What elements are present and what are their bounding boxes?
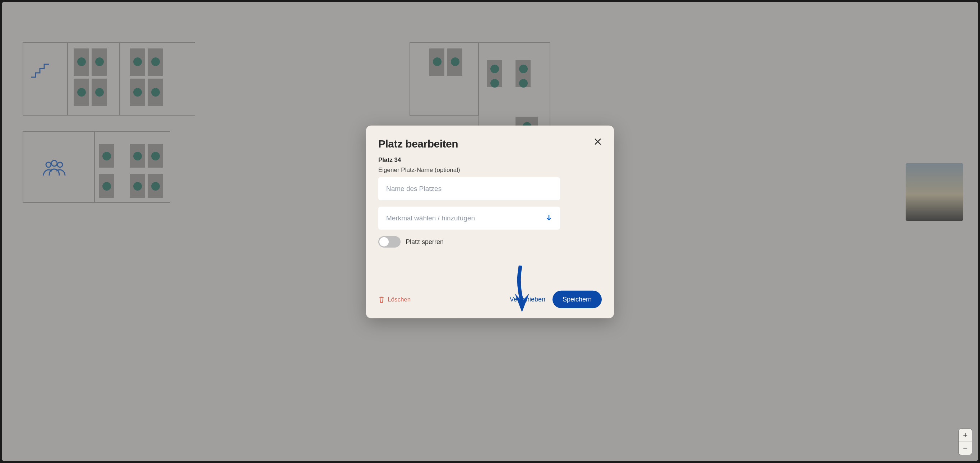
delete-label: Löschen — [388, 296, 410, 303]
lock-seat-toggle[interactable] — [378, 236, 401, 247]
delete-button[interactable]: Löschen — [378, 296, 410, 303]
zoom-in-button[interactable]: + — [959, 429, 972, 442]
toggle-knob — [379, 237, 389, 247]
zoom-out-button[interactable]: − — [959, 442, 972, 455]
lock-seat-label: Platz sperren — [406, 238, 444, 246]
seat-name-input[interactable] — [378, 177, 560, 200]
save-button[interactable]: Speichern — [552, 291, 602, 308]
arrow-down-icon — [546, 214, 552, 222]
close-icon — [594, 138, 602, 146]
feature-select-placeholder: Merkmal wählen / hinzufügen — [386, 214, 475, 222]
seat-identifier: Platz 34 — [378, 157, 602, 164]
trash-icon — [378, 296, 385, 303]
move-button[interactable]: Verschieben — [510, 296, 545, 303]
name-field-label: Eigener Platz-Name (optional) — [378, 166, 602, 174]
zoom-controls: + − — [959, 429, 972, 455]
edit-seat-modal: Platz bearbeiten Platz 34 Eigener Platz-… — [366, 125, 614, 318]
modal-title: Platz bearbeiten — [378, 138, 602, 150]
close-button[interactable] — [592, 136, 603, 147]
feature-select[interactable]: Merkmal wählen / hinzufügen — [378, 207, 560, 230]
